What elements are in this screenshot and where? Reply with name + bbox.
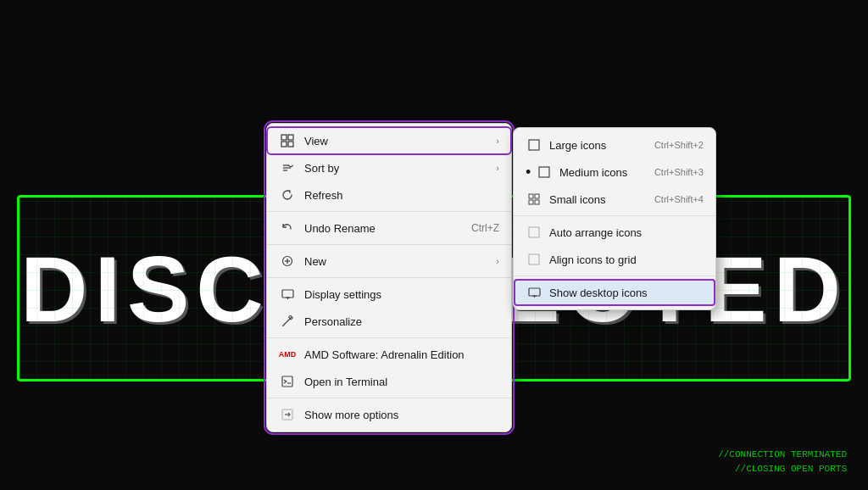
view-arrow: ›: [496, 136, 499, 146]
show-desktop-icon: [526, 284, 542, 301]
sort-by-label: Sort by: [304, 162, 496, 175]
auto-arrange-label: Auto arrange icons: [549, 226, 704, 239]
svg-rect-21: [282, 290, 293, 298]
svg-rect-2: [281, 142, 287, 147]
show-more-label: Show more options: [304, 409, 499, 421]
separator-1: [267, 211, 511, 212]
personalize-label: Personalize: [304, 315, 499, 328]
refresh-icon: [279, 187, 296, 203]
display-settings-icon: [279, 286, 296, 303]
menu-item-show-more[interactable]: Show more options: [267, 401, 511, 428]
open-terminal-label: Open in Terminal: [304, 376, 499, 388]
personalize-icon: [279, 313, 296, 330]
svg-rect-11: [529, 254, 539, 264]
svg-rect-5: [539, 167, 549, 177]
view-submenu: Large icons Ctrl+Shift+2 • Medium icons …: [513, 127, 716, 310]
submenu-separator-2: [514, 276, 715, 276]
large-icons-shortcut: Ctrl+Shift+2: [654, 140, 704, 150]
separator-2: [267, 244, 511, 245]
small-icons-icon: [526, 191, 542, 208]
large-icons-icon: [526, 136, 542, 153]
sort-by-icon: [279, 159, 296, 176]
svg-rect-10: [529, 227, 539, 237]
svg-rect-0: [281, 135, 287, 140]
separator-3: [267, 277, 511, 278]
medium-icons-label: Medium icons: [559, 166, 654, 179]
auto-arrange-icon: [526, 224, 542, 241]
medium-icons-shortcut: Ctrl+Shift+3: [654, 167, 704, 177]
context-menu: View › Large icons Ctrl+Shift+2 •: [266, 123, 512, 432]
undo-rename-label: Undo Rename: [304, 222, 471, 235]
submenu-item-small-icons[interactable]: Small icons Ctrl+Shift+4: [514, 186, 715, 213]
svg-rect-26: [282, 376, 292, 387]
svg-rect-8: [529, 200, 533, 204]
medium-icons-icon: [536, 164, 553, 181]
svg-rect-9: [535, 200, 539, 204]
svg-rect-4: [529, 140, 539, 150]
submenu-item-medium-icons[interactable]: • Medium icons Ctrl+Shift+3: [514, 159, 715, 186]
submenu-item-show-desktop[interactable]: Show desktop icons: [514, 279, 715, 306]
closing-ports-text: //CLOSING OPEN PORTS: [718, 462, 847, 477]
amd-icon: AMD: [279, 346, 296, 363]
bottom-status-text: //CONNECTION TERMINATED //CLOSING OPEN P…: [718, 448, 847, 477]
align-icons-label: Align icons to grid: [549, 253, 704, 266]
submenu-separator-1: [514, 215, 715, 216]
svg-rect-1: [288, 135, 293, 140]
menu-item-amd[interactable]: AMD AMD Software: Adrenalin Edition: [267, 341, 511, 368]
terminal-icon: [279, 373, 296, 390]
connection-terminated-text: //CONNECTION TERMINATED: [718, 448, 847, 463]
submenu-item-auto-arrange[interactable]: Auto arrange icons: [514, 219, 715, 246]
submenu-item-align-icons[interactable]: Align icons to grid: [514, 246, 715, 273]
medium-icons-bullet: •: [526, 164, 534, 180]
svg-rect-3: [288, 142, 293, 147]
menu-item-open-terminal[interactable]: Open in Terminal: [267, 368, 511, 395]
menu-item-display-settings[interactable]: Display settings: [267, 281, 511, 308]
large-icons-label: Large icons: [549, 139, 654, 152]
refresh-label: Refresh: [304, 189, 499, 202]
undo-rename-shortcut: Ctrl+Z: [471, 222, 499, 234]
view-icon: [279, 132, 296, 149]
view-label: View: [304, 135, 496, 148]
small-icons-label: Small icons: [549, 193, 654, 206]
menu-item-view[interactable]: View › Large icons Ctrl+Shift+2 •: [267, 127, 511, 154]
sort-by-arrow: ›: [496, 163, 499, 173]
undo-icon: [279, 220, 296, 237]
small-icons-shortcut: Ctrl+Shift+4: [654, 194, 704, 204]
svg-rect-12: [529, 288, 540, 296]
svg-rect-6: [529, 194, 533, 198]
amd-label: AMD Software: Adrenalin Edition: [304, 348, 499, 361]
new-arrow: ›: [496, 256, 499, 266]
display-settings-label: Display settings: [304, 288, 499, 301]
menu-item-refresh[interactable]: Refresh: [267, 181, 511, 209]
show-desktop-label: Show desktop icons: [549, 287, 704, 299]
submenu-item-large-icons[interactable]: Large icons Ctrl+Shift+2: [514, 131, 715, 159]
menu-item-undo-rename[interactable]: Undo Rename Ctrl+Z: [267, 214, 511, 242]
align-icons-icon: [526, 251, 542, 268]
separator-4: [267, 337, 511, 338]
new-label: New: [304, 255, 496, 268]
menu-item-sort-by[interactable]: Sort by ›: [267, 154, 511, 181]
menu-item-new[interactable]: New ›: [267, 248, 511, 275]
new-icon: [279, 253, 296, 270]
separator-5: [267, 398, 511, 398]
menu-item-personalize[interactable]: Personalize: [267, 308, 511, 335]
show-more-icon: [279, 406, 296, 423]
svg-rect-7: [535, 194, 539, 198]
